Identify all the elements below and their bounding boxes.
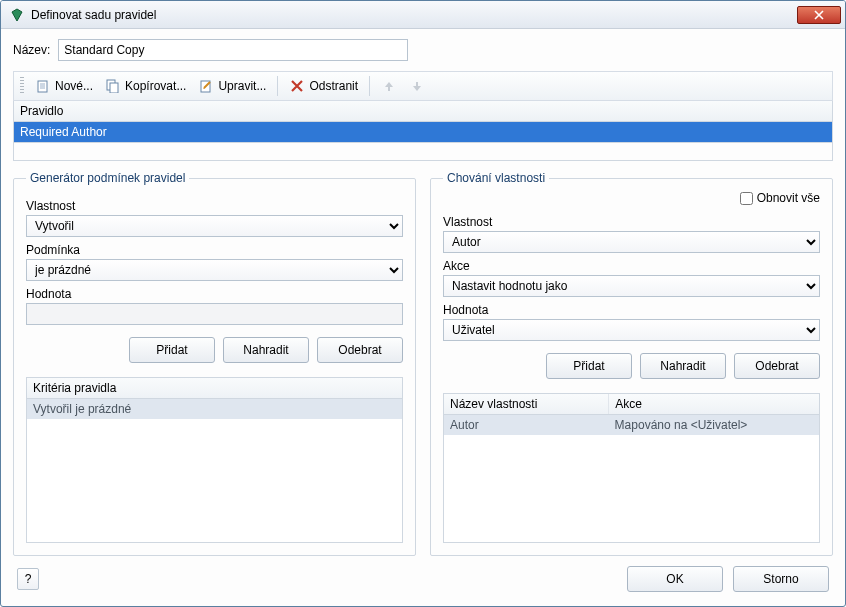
cancel-button[interactable]: Storno	[733, 566, 829, 592]
new-label: Nové...	[55, 79, 93, 93]
beh-add-button[interactable]: Přidat	[546, 353, 632, 379]
gen-condition-label: Podmínka	[26, 243, 403, 257]
toolbar-grip	[20, 77, 24, 95]
beh-th-name: Název vlastnosti	[444, 394, 609, 414]
help-button[interactable]: ?	[17, 568, 39, 590]
gen-value-label: Hodnota	[26, 287, 403, 301]
beh-value-select[interactable]: Uživatel	[443, 319, 820, 341]
app-icon	[9, 7, 25, 23]
reset-all-label: Obnovit vše	[757, 191, 820, 205]
window-title: Definovat sadu pravidel	[31, 8, 797, 22]
criteria-table: Kritéria pravidla Vytvořil je prázdné	[26, 377, 403, 543]
generator-legend: Generátor podmínek pravidel	[26, 171, 189, 185]
toolbar: Nové... Kopírovat... Upravit... Odstrani	[13, 71, 833, 101]
behavior-table: Název vlastnosti Akce Autor Mapováno na …	[443, 393, 820, 543]
gen-property-select[interactable]: Vytvořil	[26, 215, 403, 237]
rule-list-blank	[13, 143, 833, 161]
beh-td-action: Mapováno na <Uživatel>	[609, 415, 819, 435]
gen-remove-button[interactable]: Odebrat	[317, 337, 403, 363]
rule-row-selected[interactable]: Required Author	[13, 122, 833, 143]
criteria-header-row: Kritéria pravidla	[27, 378, 402, 399]
copy-icon	[105, 78, 121, 94]
move-down-button[interactable]	[404, 75, 430, 97]
svg-rect-2	[110, 83, 118, 93]
edit-button[interactable]: Upravit...	[193, 75, 271, 97]
gen-property-label: Vlastnost	[26, 199, 403, 213]
criteria-cell: Vytvořil je prázdné	[27, 399, 402, 419]
copy-label: Kopírovat...	[125, 79, 186, 93]
delete-icon	[289, 78, 305, 94]
beh-value-label: Hodnota	[443, 303, 820, 317]
beh-td-name: Autor	[444, 415, 609, 435]
copy-button[interactable]: Kopírovat...	[100, 75, 191, 97]
reset-all-checkbox[interactable]	[740, 192, 753, 205]
name-input[interactable]	[58, 39, 408, 61]
ok-button[interactable]: OK	[627, 566, 723, 592]
generator-panel: Generátor podmínek pravidel Vlastnost Vy…	[13, 171, 416, 556]
beh-th-action: Akce	[609, 394, 819, 414]
behavior-panel: Chování vlastnosti Obnovit vše Vlastnost…	[430, 171, 833, 556]
beh-property-label: Vlastnost	[443, 215, 820, 229]
title-bar: Definovat sadu pravidel	[1, 1, 845, 29]
new-icon	[35, 78, 51, 94]
beh-action-select[interactable]: Nastavit hodnotu jako	[443, 275, 820, 297]
beh-action-label: Akce	[443, 259, 820, 273]
beh-replace-button[interactable]: Nahradit	[640, 353, 726, 379]
close-button[interactable]	[797, 6, 841, 24]
move-up-button[interactable]	[376, 75, 402, 97]
beh-table-header: Název vlastnosti Akce	[444, 394, 819, 415]
behavior-legend: Chování vlastnosti	[443, 171, 549, 185]
beh-property-select[interactable]: Autor	[443, 231, 820, 253]
edit-label: Upravit...	[218, 79, 266, 93]
toolbar-separator-2	[369, 76, 370, 96]
footer: ? OK Storno	[13, 556, 833, 596]
new-button[interactable]: Nové...	[30, 75, 98, 97]
gen-replace-button[interactable]: Nahradit	[223, 337, 309, 363]
dialog-window: Definovat sadu pravidel Název: Nové... K…	[0, 0, 846, 607]
name-label: Název:	[13, 43, 50, 57]
name-row: Název:	[13, 39, 833, 61]
delete-button[interactable]: Odstranit	[284, 75, 363, 97]
panels: Generátor podmínek pravidel Vlastnost Vy…	[13, 171, 833, 556]
gen-condition-select[interactable]: je prázdné	[26, 259, 403, 281]
toolbar-separator	[277, 76, 278, 96]
gen-button-row: Přidat Nahradit Odebrat	[26, 337, 403, 363]
arrow-up-icon	[381, 78, 397, 94]
beh-table-row[interactable]: Autor Mapováno na <Uživatel>	[444, 415, 819, 435]
gen-add-button[interactable]: Přidat	[129, 337, 215, 363]
beh-button-row: Přidat Nahradit Odebrat	[443, 353, 820, 379]
arrow-down-icon	[409, 78, 425, 94]
delete-label: Odstranit	[309, 79, 358, 93]
edit-icon	[198, 78, 214, 94]
beh-remove-button[interactable]: Odebrat	[734, 353, 820, 379]
dialog-content: Název: Nové... Kopírovat... U	[1, 29, 845, 606]
criteria-header: Kritéria pravidla	[27, 378, 402, 398]
rule-list-header: Pravidlo	[13, 101, 833, 122]
help-icon: ?	[25, 572, 32, 586]
criteria-row[interactable]: Vytvořil je prázdné	[27, 399, 402, 419]
reset-all-wrap: Obnovit vše	[740, 191, 820, 205]
gen-value-input[interactable]	[26, 303, 403, 325]
